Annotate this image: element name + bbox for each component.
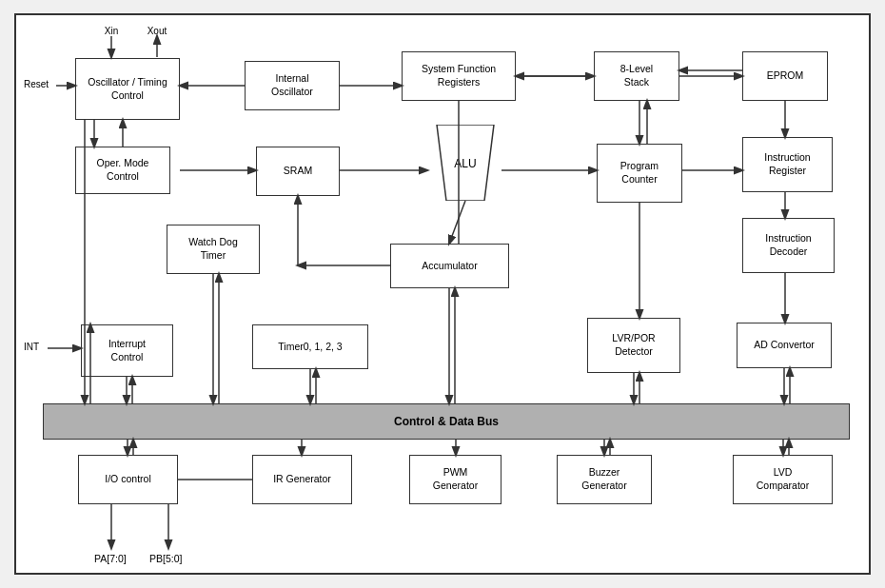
timer-block: Timer0, 1, 2, 3 (252, 324, 368, 369)
svg-text:INT: INT (24, 342, 39, 352)
svg-text:Xout: Xout (148, 26, 167, 36)
eprom-block: EPROM (742, 51, 828, 101)
pb-label: PB[5:0] (149, 553, 182, 564)
buzzer-generator-block: BuzzerGenerator (557, 455, 652, 504)
lvd-comparator-block: LVDComparator (733, 455, 833, 504)
alu-block: ALU (427, 125, 503, 201)
sram-block: SRAM (256, 147, 340, 196)
pwm-generator-block: PWMGenerator (409, 455, 502, 504)
oper-mode-block: Oper. ModeControl (75, 147, 170, 194)
bus-bar: Control & Data Bus (43, 403, 850, 440)
instr-decoder-block: InstructionDecoder (742, 218, 835, 273)
sys-func-reg-block: System FunctionRegisters (402, 51, 516, 101)
stack-block: 8-LevelStack (594, 51, 679, 101)
accumulator-block: Accumulator (390, 244, 509, 288)
lvr-por-block: LVR/PORDetector (587, 318, 680, 373)
interrupt-ctrl-block: InterruptControl (81, 324, 173, 377)
ad-convertor-block: AD Convertor (737, 323, 832, 368)
watchdog-block: Watch DogTimer (167, 225, 260, 274)
io-control-block: I/O control (78, 455, 178, 504)
oscillator-block: Oscillator / Timing Control (75, 58, 180, 120)
pa-label: PA[7:0] (94, 553, 127, 564)
svg-line-26 (449, 201, 465, 244)
svg-text:Reset: Reset (24, 79, 49, 89)
instr-register-block: InstructionRegister (742, 137, 833, 192)
svg-text:Xin: Xin (105, 26, 118, 36)
internal-oscillator-block: InternalOscillator (245, 61, 340, 110)
diagram-container: Oscillator / Timing Control InternalOsci… (14, 13, 871, 575)
program-counter-block: ProgramCounter (597, 144, 682, 203)
svg-text:ALU: ALU (454, 157, 476, 170)
ir-generator-block: IR Generator (252, 455, 352, 504)
